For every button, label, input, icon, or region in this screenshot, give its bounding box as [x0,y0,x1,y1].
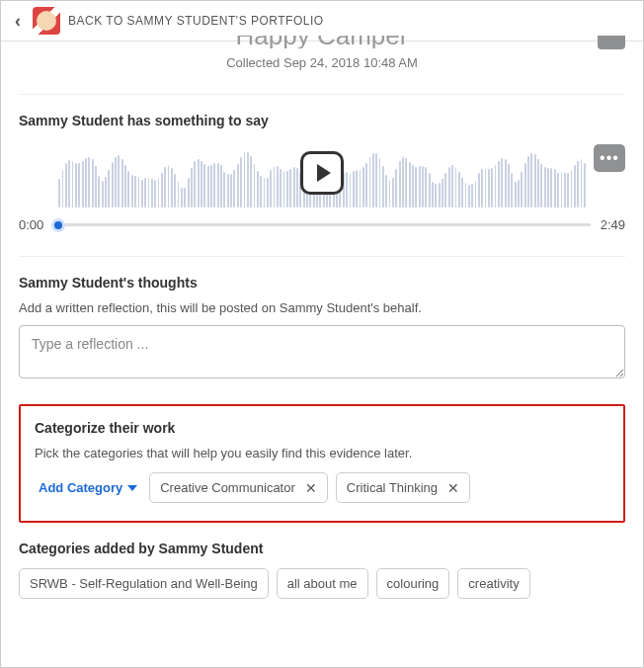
chevron-down-icon [127,485,137,491]
divider [19,94,625,95]
chip-label: Critical Thinking [347,480,438,495]
seek-thumb[interactable] [51,218,65,232]
waveform [58,138,586,208]
categorize-section: Categorize their work Pick the categorie… [19,404,625,523]
category-chip[interactable]: Creative Communicator ✕ [149,472,328,503]
audio-player: ••• 0:00 2:49 [19,138,625,232]
avatar [33,7,60,35]
student-categories-heading: Categories added by Sammy Student [19,541,625,556]
student-category-chip: creativity [457,568,529,599]
chip-label: creativity [468,576,519,591]
thoughts-sub: Add a written reflection, this will be p… [19,300,625,315]
audio-timeline: 0:00 2:49 [19,217,625,232]
more-button[interactable]: ••• [594,144,625,172]
close-icon[interactable]: ✕ [447,481,459,495]
categorize-sub: Pick the categories that will help you e… [35,446,609,460]
time-start: 0:00 [19,217,43,232]
collected-date: Sep 24, 2018 10:48 AM [283,55,418,70]
divider [19,256,625,257]
student-category-chip: all about me [277,568,368,599]
seek-track[interactable] [53,223,590,226]
add-category-button[interactable]: Add Category [35,474,141,501]
thoughts-heading: Sammy Student's thoughts [19,275,625,291]
categorize-heading: Categorize their work [35,420,609,436]
chip-label: SRWB - Self-Regulation and Well-Being [30,576,258,591]
chip-label: Creative Communicator [160,480,295,495]
back-link[interactable]: BACK TO SAMMY STUDENT'S PORTFOLIO [68,14,324,28]
chip-label: all about me [287,576,358,591]
play-icon [317,164,331,182]
close-icon[interactable]: ✕ [305,481,317,495]
audio-heading: Sammy Student has something to say [19,113,625,128]
add-category-label: Add Category [39,480,122,495]
time-end: 2:49 [601,217,625,232]
student-category-chip: SRWB - Self-Regulation and Well-Being [19,568,269,599]
chip-label: colouring [387,576,440,591]
student-category-chip: colouring [376,568,450,599]
title-block: Happy Camper Collected Sep 24, 2018 10:4… [19,36,625,70]
collected-line: Collected Sep 24, 2018 10:48 AM [19,55,625,70]
reflection-input[interactable] [19,325,625,378]
play-button[interactable] [300,151,344,195]
category-chip[interactable]: Critical Thinking ✕ [336,472,470,503]
student-categories-section: Categories added by Sammy Student SRWB -… [19,541,625,599]
student-category-row: SRWB - Self-Regulation and Well-Being al… [19,568,625,599]
back-chevron-icon[interactable]: ‹ [11,9,25,34]
category-row: Add Category Creative Communicator ✕ Cri… [35,472,609,503]
collected-label: Collected [226,55,280,70]
